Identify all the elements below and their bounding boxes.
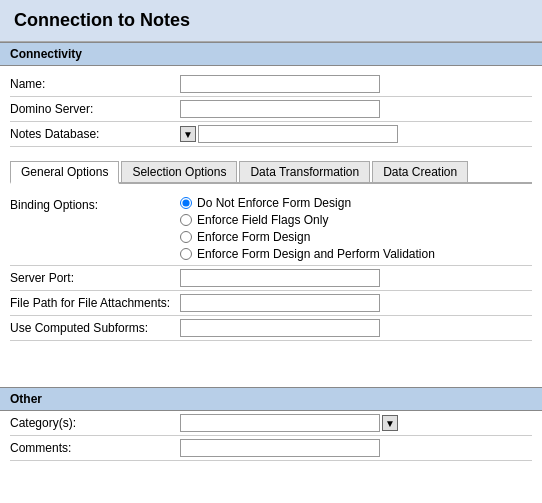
category-input[interactable]: [180, 414, 380, 432]
other-fields: Category(s): ▼ Comments:: [0, 411, 542, 461]
tab-content-general: Binding Options: Do Not Enforce Form Des…: [0, 184, 542, 349]
radio-label-enforce-form-design: Enforce Form Design: [197, 230, 310, 244]
radio-label-do-not-enforce: Do Not Enforce Form Design: [197, 196, 351, 210]
computed-subforms-row: Use Computed Subforms:: [10, 316, 532, 341]
connectivity-section: Name: Domino Server: Notes Database: ▼: [0, 66, 542, 153]
file-path-row: File Path for File Attachments:: [10, 291, 532, 316]
other-header: Other: [0, 387, 542, 411]
server-port-label: Server Port:: [10, 271, 180, 285]
notes-database-input-container: ▼: [180, 125, 532, 143]
category-input-container: ▼: [180, 414, 532, 432]
notes-database-dropdown-btn[interactable]: ▼: [180, 126, 196, 142]
binding-options-label: Binding Options:: [10, 196, 180, 261]
radio-do-not-enforce[interactable]: [180, 197, 192, 209]
connectivity-header: Connectivity: [0, 42, 542, 66]
radio-label-enforce-field-flags: Enforce Field Flags Only: [197, 213, 328, 227]
domino-server-input-container: [180, 100, 532, 118]
name-row: Name:: [10, 72, 532, 97]
server-port-input-container: [180, 269, 532, 287]
file-path-label: File Path for File Attachments:: [10, 296, 180, 310]
tab-data-creation[interactable]: Data Creation: [372, 161, 468, 182]
domino-server-label: Domino Server:: [10, 102, 180, 116]
tab-selection-options[interactable]: Selection Options: [121, 161, 237, 182]
notes-database-input[interactable]: [198, 125, 398, 143]
comments-row: Comments:: [10, 436, 532, 461]
radio-enforce-field-flags[interactable]: [180, 214, 192, 226]
radio-label-enforce-form-design-validate: Enforce Form Design and Perform Validati…: [197, 247, 435, 261]
radio-item-do-not-enforce[interactable]: Do Not Enforce Form Design: [180, 196, 435, 210]
name-input-container: [180, 75, 532, 93]
notes-database-label: Notes Database:: [10, 127, 180, 141]
tabs-container: General Options Selection Options Data T…: [10, 161, 532, 184]
domino-server-row: Domino Server:: [10, 97, 532, 122]
title-bar: Connection to Notes: [0, 0, 542, 42]
comments-input[interactable]: [180, 439, 380, 457]
file-path-input[interactable]: [180, 294, 380, 312]
radio-item-enforce-field-flags[interactable]: Enforce Field Flags Only: [180, 213, 435, 227]
other-section: Other Category(s): ▼ Comments:: [0, 387, 542, 461]
comments-label: Comments:: [10, 441, 180, 455]
radio-item-enforce-form-design-validate[interactable]: Enforce Form Design and Perform Validati…: [180, 247, 435, 261]
radio-item-enforce-form-design[interactable]: Enforce Form Design: [180, 230, 435, 244]
server-port-input[interactable]: [180, 269, 380, 287]
server-port-row: Server Port:: [10, 266, 532, 291]
category-dropdown-btn[interactable]: ▼: [382, 415, 398, 431]
computed-subforms-input-container: [180, 319, 532, 337]
notes-database-row: Notes Database: ▼: [10, 122, 532, 147]
computed-subforms-input[interactable]: [180, 319, 380, 337]
comments-input-container: [180, 439, 532, 457]
name-input[interactable]: [180, 75, 380, 93]
binding-options-row: Binding Options: Do Not Enforce Form Des…: [10, 192, 532, 266]
computed-subforms-label: Use Computed Subforms:: [10, 321, 180, 335]
tab-general-options[interactable]: General Options: [10, 161, 119, 184]
category-row: Category(s): ▼: [10, 411, 532, 436]
spacer3: [0, 369, 542, 379]
file-path-input-container: [180, 294, 532, 312]
category-label: Category(s):: [10, 416, 180, 430]
tabs-row: General Options Selection Options Data T…: [10, 161, 532, 184]
domino-server-input[interactable]: [180, 100, 380, 118]
spacer: [0, 349, 542, 359]
spacer2: [0, 359, 542, 369]
radio-enforce-form-design[interactable]: [180, 231, 192, 243]
tab-data-transformation[interactable]: Data Transformation: [239, 161, 370, 182]
radio-enforce-form-design-validate[interactable]: [180, 248, 192, 260]
name-label: Name:: [10, 77, 180, 91]
binding-options-radio-group: Do Not Enforce Form Design Enforce Field…: [180, 196, 435, 261]
page-title: Connection to Notes: [14, 10, 528, 31]
